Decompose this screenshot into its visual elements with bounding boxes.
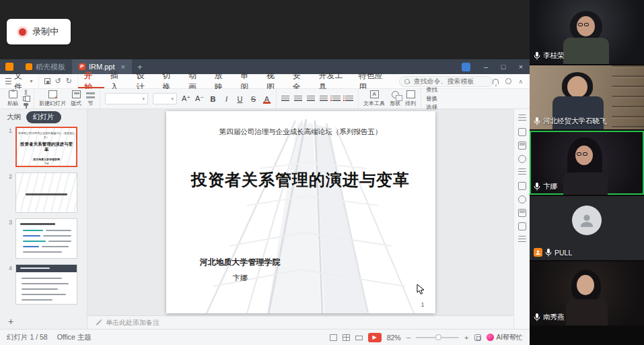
search-icon xyxy=(404,79,410,84)
replace-button[interactable]: 替换 xyxy=(426,95,437,103)
participant-video-nanxiuyan[interactable]: 南秀燕 xyxy=(530,261,644,325)
menu-tab-slideshow[interactable]: 放映 xyxy=(209,74,235,88)
maximize-button[interactable]: □ xyxy=(495,59,512,74)
justify-icon[interactable] xyxy=(320,96,328,102)
save-icon[interactable] xyxy=(44,78,50,84)
notes-bar[interactable]: 单击此处添加备注 xyxy=(87,315,513,329)
find-button[interactable]: 查找 xyxy=(426,86,437,94)
current-slide[interactable]: 第四届公司治理与企业成长高端论坛（系列报告五） 投资者关系管理的演进与变革 河北… xyxy=(166,111,435,313)
font-size-select[interactable]: ▾ xyxy=(153,93,177,104)
ai-assistant-button[interactable]: AI帮帮忙 xyxy=(487,333,523,342)
decrease-font-button[interactable]: A⁻ xyxy=(195,94,204,103)
normal-view-icon[interactable] xyxy=(330,334,337,341)
slide-thumbnail-4[interactable] xyxy=(15,264,77,305)
slide-sorter-view-icon[interactable] xyxy=(343,334,350,341)
slides-group: 新建幻灯片 版式 节 xyxy=(34,89,100,108)
slide-thumbnail-2[interactable] xyxy=(15,172,77,213)
outline-panel-icon[interactable] xyxy=(518,168,526,177)
minimize-button[interactable]: – xyxy=(477,59,495,74)
bullet-list-icon[interactable] xyxy=(332,96,341,102)
animation-panel-icon[interactable] xyxy=(518,155,526,163)
new-slide-icon xyxy=(48,90,57,98)
menu-tab-transition[interactable]: 切换 xyxy=(156,74,182,88)
cut-icon[interactable] xyxy=(23,90,29,95)
text-tool-icon xyxy=(370,90,379,98)
menu-tab-design[interactable]: 设计 xyxy=(130,74,156,88)
theme-name[interactable]: Office 主题 xyxy=(57,333,92,342)
add-slide-button[interactable]: + xyxy=(0,314,87,329)
slide-canvas[interactable]: 第四届公司治理与企业成长高端论坛（系列报告五） 投资者关系管理的演进与变革 河北… xyxy=(87,109,513,315)
template-panel-icon[interactable] xyxy=(518,209,526,217)
bold-button[interactable]: B xyxy=(209,95,217,103)
tab-outline[interactable]: 大纲 xyxy=(7,113,21,122)
tab-slides[interactable]: 幻灯片 xyxy=(26,111,61,123)
recording-indicator[interactable]: 录制中 xyxy=(7,19,71,44)
pencil-icon xyxy=(96,320,102,325)
new-slide-button[interactable]: 新建幻灯片 xyxy=(39,90,66,107)
participant-video-bianna-speaking[interactable]: 卞娜 xyxy=(530,131,644,195)
text-tool-button[interactable]: 文本工具 xyxy=(363,90,385,107)
zoom-slider-thumb[interactable] xyxy=(435,334,441,340)
search-input[interactable] xyxy=(413,77,487,85)
shapes-button[interactable]: 形状 xyxy=(390,91,400,107)
menu-tab-devtools[interactable]: 开发工具 xyxy=(313,74,353,88)
font-name-select[interactable]: ▾ xyxy=(105,93,148,104)
increase-font-button[interactable]: A⁺ xyxy=(182,94,190,103)
align-left-icon[interactable] xyxy=(281,96,289,102)
redo-icon[interactable]: ↻ xyxy=(66,77,72,86)
font-color-button[interactable]: A xyxy=(262,95,271,103)
wps-logo[interactable] xyxy=(5,63,13,71)
reading-view-icon[interactable] xyxy=(355,336,363,340)
format-painter-icon[interactable] xyxy=(23,103,29,108)
align-right-icon[interactable] xyxy=(307,96,315,102)
design-panel-icon[interactable] xyxy=(518,142,526,150)
menu-tab-security[interactable]: 安全 xyxy=(287,74,313,88)
notification-bell-icon[interactable] xyxy=(493,79,499,84)
menu-tab-animation[interactable]: 动画 xyxy=(182,74,209,88)
zoom-out-button[interactable]: − xyxy=(406,334,410,342)
collapse-ribbon-icon[interactable]: ∧ xyxy=(518,78,523,85)
zoom-slider[interactable] xyxy=(416,337,459,338)
right-tool-strip xyxy=(513,109,530,329)
participant-video-pull[interactable]: PULL xyxy=(530,196,644,260)
arrange-button[interactable]: 排列 xyxy=(405,90,416,107)
slideshow-play-button[interactable]: ▶ xyxy=(368,333,382,342)
object-panel-icon[interactable] xyxy=(518,128,526,136)
participant-video-ligui rong[interactable]: 李桂荣 xyxy=(530,0,644,64)
zoom-percent[interactable]: 82% xyxy=(387,334,401,342)
strikethrough-button[interactable]: S xyxy=(249,95,258,103)
thumb-header-text: 第四届公司治理与企业成长高端论坛（系列报告五） xyxy=(17,131,76,139)
underline-button[interactable]: U xyxy=(236,95,244,103)
properties-panel-icon[interactable] xyxy=(518,115,526,123)
settings-gear-icon[interactable] xyxy=(505,78,511,84)
paste-button[interactable]: 粘贴 xyxy=(7,90,18,107)
file-menu-button[interactable]: 文件 ▾ xyxy=(0,74,38,88)
participant-video-shixiaofei[interactable]: 河北经贸大学石晓飞 xyxy=(530,65,644,129)
copy-icon[interactable] xyxy=(23,96,27,101)
slide-thumbnail-3[interactable] xyxy=(15,218,77,259)
undo-icon[interactable]: ↺ xyxy=(55,77,61,86)
command-search-box[interactable] xyxy=(399,76,493,87)
zoom-in-button[interactable]: + xyxy=(464,334,468,342)
align-center-icon[interactable] xyxy=(294,96,302,102)
menu-tab-features[interactable]: 特色应用 xyxy=(353,74,392,88)
fit-to-window-icon[interactable] xyxy=(474,334,481,341)
menu-tab-review[interactable]: 审阅 xyxy=(234,74,260,88)
comment-panel-icon[interactable] xyxy=(518,222,526,230)
italic-button[interactable]: I xyxy=(222,95,231,103)
layout-button[interactable]: 版式 xyxy=(71,90,81,107)
menu-tab-home[interactable]: 开始 xyxy=(78,74,104,88)
close-button[interactable]: × xyxy=(512,59,530,74)
more-panel-icon[interactable] xyxy=(518,236,526,244)
numbered-list-icon[interactable] xyxy=(345,96,353,102)
section-button[interactable]: 节 xyxy=(86,91,95,107)
icon-library-panel-icon[interactable] xyxy=(518,195,526,203)
participant-name: 李桂荣 xyxy=(543,51,565,61)
menu-tab-insert[interactable]: 插入 xyxy=(104,74,131,88)
thumbnail-row: 4 xyxy=(4,264,87,305)
menu-tab-view[interactable]: 视图 xyxy=(260,74,287,88)
account-avatar[interactable] xyxy=(462,63,470,71)
wps-body: 大纲 幻灯片 1 第四届公司治理与企业成长高端论坛（系列报告五） 投资者关系管理… xyxy=(0,109,530,329)
chart-panel-icon[interactable] xyxy=(518,182,526,190)
slide-thumbnail-1[interactable]: 第四届公司治理与企业成长高端论坛（系列报告五） 投资者关系管理的演进与变革 河北… xyxy=(15,127,77,167)
